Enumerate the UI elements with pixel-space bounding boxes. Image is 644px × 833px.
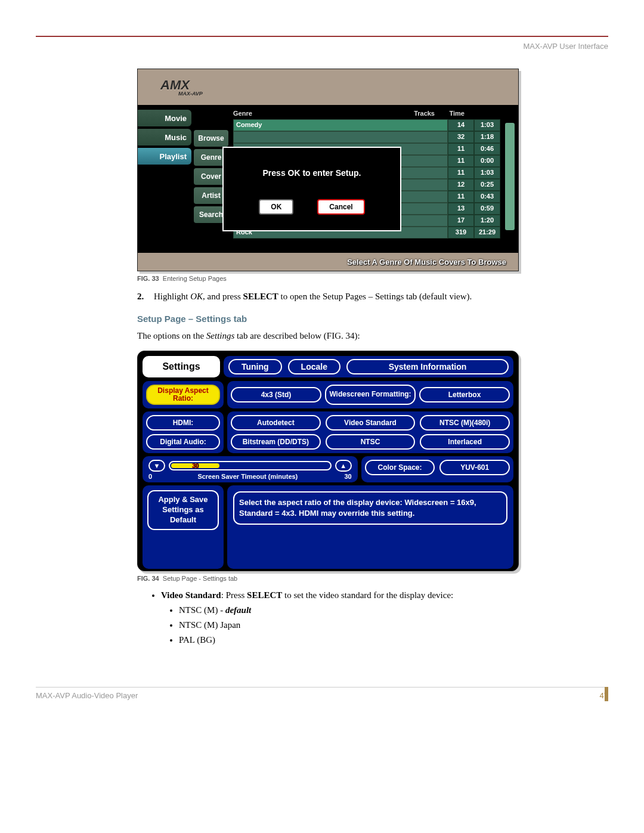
genre-tracks: 14 — [448, 119, 474, 131]
genre-tracks: 11 — [448, 155, 474, 167]
slider-track[interactable]: 30 — [169, 461, 332, 470]
color-space-label[interactable]: Color Space: — [365, 460, 435, 475]
apply-save-button[interactable]: Apply & Save Settings as Default — [147, 490, 219, 530]
footer-title: MAX-AVP Audio-Video Player — [36, 691, 138, 700]
slider-value: 30 — [171, 463, 219, 468]
tab-tuning[interactable]: Tuning — [228, 359, 282, 374]
hdmi-label[interactable]: HDMI: — [146, 415, 220, 431]
genre-time: 1:18 — [474, 131, 500, 143]
digital-audio-label[interactable]: Digital Audio: — [146, 434, 220, 450]
genre-row[interactable]: 321:18 — [233, 131, 500, 143]
slider-up-icon[interactable]: ▲ — [335, 460, 352, 472]
genre-time: 0:43 — [474, 191, 500, 203]
title-bar: AMX MAX-AVP — [138, 69, 518, 105]
help-text: Select the aspect ratio of the display d… — [233, 491, 507, 525]
genre-tracks: 11 — [448, 167, 474, 179]
modal-text: Press OK to enter Setup. — [224, 168, 400, 178]
val-bitstream[interactable]: Bitstream (DD/DTS) — [231, 434, 321, 450]
val-ntscm480i[interactable]: NTSC (M)(480i) — [420, 415, 510, 431]
opt-ntsc-m-default: NTSC (M) - default — [179, 605, 596, 615]
setup-modal: Press OK to enter Setup. OK Cancel — [222, 147, 401, 231]
val-autodetect[interactable]: Autodetect — [231, 415, 321, 431]
genre-name: Comedy — [233, 119, 448, 131]
genre-time: 0:59 — [474, 203, 500, 215]
slider-min: 0 — [148, 473, 160, 480]
opt-pal-bg: PAL (BG) — [179, 635, 596, 645]
widescreen-formatting-label[interactable]: Widescreen Formatting: — [325, 385, 416, 405]
fig34-screenshot: Settings Tuning Locale System Informatio… — [137, 351, 519, 571]
ok-button[interactable]: OK — [259, 199, 293, 215]
tab-playlist[interactable]: Playlist — [138, 148, 191, 165]
genre-time: 0:00 — [474, 155, 500, 167]
tab-music[interactable]: Music — [138, 129, 191, 145]
header-breadcrumb: MAX-AVP User Interface — [36, 42, 608, 51]
val-yuv601[interactable]: YUV-601 — [439, 460, 510, 475]
genre-time: 1:03 — [474, 119, 500, 131]
scrollbar[interactable] — [505, 123, 515, 230]
genre-time: 21:29 — [474, 227, 500, 239]
step-2: 2. Highlight OK, and press SELECT to ope… — [137, 290, 596, 303]
genre-time: 1:03 — [474, 167, 500, 179]
tab-settings[interactable]: Settings — [143, 356, 220, 377]
genre-tracks: 11 — [448, 143, 474, 155]
opt-ntsc-m-japan: NTSC (M) Japan — [179, 620, 596, 630]
val-letterbox[interactable]: Letterbox — [419, 387, 510, 402]
amx-sublogo: MAX-AVP — [178, 91, 203, 97]
slider-label: Screen Saver Timeout (minutes) — [160, 473, 335, 480]
left-nav: Movie Music Playlist — [138, 110, 191, 167]
tab-sysinfo[interactable]: System Information — [346, 359, 509, 374]
cancel-button[interactable]: Cancel — [317, 199, 364, 215]
tab-movie[interactable]: Movie — [138, 110, 191, 126]
genre-tracks: 12 — [448, 179, 474, 191]
genre-tracks: 13 — [448, 203, 474, 215]
val-interlaced[interactable]: Interlaced — [420, 434, 510, 450]
genre-time: 0:46 — [474, 143, 500, 155]
genre-tracks: 319 — [448, 227, 474, 239]
status-bar: Select A Genre Of Music Covers To Browse — [138, 253, 518, 271]
genre-name — [233, 131, 448, 143]
fig34-caption: FIG. 34 Setup Page - Settings tab — [137, 575, 596, 582]
genre-tracks: 17 — [448, 215, 474, 227]
slider-down-icon[interactable]: ▼ — [148, 460, 165, 472]
bullet-video-standard: Video Standard: Press SELECT to set the … — [161, 590, 596, 645]
genre-tracks: 11 — [448, 191, 474, 203]
video-standard-label[interactable]: Video Standard — [326, 415, 416, 431]
screensaver-slider-panel: ▼ 30 ▲ 0 Screen Saver Timeout (minutes) … — [143, 456, 358, 482]
fig33-screenshot: AMX MAX-AVP Movie Music Playlist Browse … — [137, 69, 519, 271]
col-genre: Genre — [233, 110, 252, 117]
tab-locale[interactable]: Locale — [288, 359, 340, 374]
intro-text: The options on the Settings tab are desc… — [137, 330, 596, 342]
val-4x3[interactable]: 4x3 (Std) — [231, 387, 321, 402]
val-ntsc[interactable]: NTSC — [326, 434, 416, 450]
display-aspect-ratio-label[interactable]: Display Aspect Ratio: — [146, 385, 220, 405]
col-time: Time — [450, 110, 465, 117]
slider-max: 30 — [335, 473, 352, 480]
genre-time: 1:20 — [474, 215, 500, 227]
col-tracks: Tracks — [414, 110, 435, 117]
page-footer: MAX-AVP Audio-Video Player 47 — [36, 687, 608, 700]
fig33-caption: FIG. 33 Entering Setup Pages — [137, 275, 596, 282]
subtab-browse[interactable]: Browse — [194, 130, 228, 147]
genre-time: 0:25 — [474, 179, 500, 191]
section-heading: Setup Page – Settings tab — [137, 314, 596, 324]
genre-row[interactable]: Comedy141:03 — [233, 119, 500, 131]
genre-tracks: 32 — [448, 131, 474, 143]
